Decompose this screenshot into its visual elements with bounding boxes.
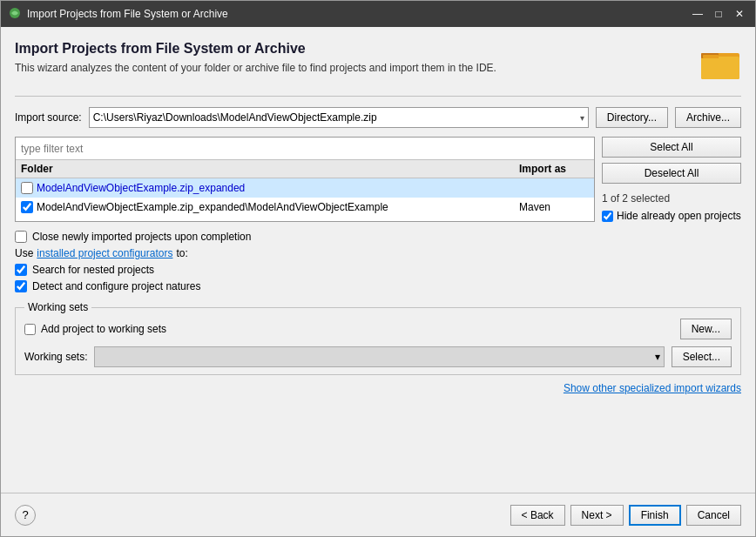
directory-button[interactable]: Directory... bbox=[596, 107, 668, 128]
svg-rect-4 bbox=[703, 55, 719, 58]
close-newly-label: Close newly imported projects upon compl… bbox=[32, 231, 251, 243]
working-sets-group: Working sets Add project to working sets… bbox=[15, 301, 741, 375]
detect-natures-row: Detect and configure project natures bbox=[15, 280, 741, 292]
archive-button[interactable]: Archive... bbox=[675, 107, 741, 128]
working-sets-add-row: Add project to working sets New... bbox=[24, 319, 732, 339]
search-nested-checkbox[interactable] bbox=[15, 264, 27, 276]
select-all-button[interactable]: Select All bbox=[602, 137, 741, 158]
hide-open-checkbox[interactable] bbox=[602, 211, 613, 222]
detect-natures-label: Detect and configure project natures bbox=[32, 280, 200, 292]
working-sets-legend: Working sets bbox=[24, 301, 91, 313]
title-bar-controls: — □ ✕ bbox=[689, 5, 748, 23]
header-section: Import Projects from File System or Arch… bbox=[15, 41, 741, 85]
filter-input[interactable] bbox=[16, 138, 594, 160]
header-description: This wizard analyzes the content of your… bbox=[15, 62, 689, 74]
back-button[interactable]: < Back bbox=[510, 505, 565, 526]
left-panel: Folder Import as ModelAndViewObjectExamp… bbox=[15, 137, 595, 222]
table-header: Folder Import as bbox=[16, 160, 594, 178]
import-source-value: C:\Users\Riyaz\Downloads\ModelAndViewObj… bbox=[93, 111, 580, 124]
table-body: ModelAndViewObjectExample.zip_expanded M… bbox=[16, 178, 594, 221]
to-text: to: bbox=[176, 247, 187, 259]
working-sets-select-row: Working sets: ▾ Select... bbox=[24, 346, 732, 367]
page-title: Import Projects from File System or Arch… bbox=[15, 41, 689, 57]
ws-combo-arrow-icon: ▾ bbox=[655, 351, 660, 363]
selection-info: 1 of 2 selected bbox=[602, 192, 741, 205]
row-checkbox-2[interactable] bbox=[21, 201, 33, 213]
working-sets-combo[interactable]: ▾ bbox=[94, 346, 664, 367]
help-button[interactable]: ? bbox=[15, 505, 36, 526]
title-bar: Import Projects from File System or Arch… bbox=[1, 1, 755, 27]
footer: ? < Back Next > Finish Cancel bbox=[1, 493, 755, 536]
header-text: Import Projects from File System or Arch… bbox=[15, 41, 689, 74]
col-folder: Folder bbox=[21, 163, 519, 175]
new-working-set-button[interactable]: New... bbox=[680, 319, 732, 339]
use-text: Use bbox=[15, 247, 33, 259]
main-window: Import Projects from File System or Arch… bbox=[0, 0, 756, 537]
row-import-2: Maven bbox=[519, 201, 589, 213]
search-nested-label: Search for nested projects bbox=[32, 264, 154, 276]
deselect-all-button[interactable]: Deselect All bbox=[602, 163, 741, 184]
footer-buttons: < Back Next > Finish Cancel bbox=[510, 505, 741, 526]
import-source-label: Import source: bbox=[15, 111, 82, 124]
finish-button[interactable]: Finish bbox=[629, 505, 681, 526]
working-sets-label: Working sets: bbox=[24, 351, 87, 363]
folder-icon bbox=[699, 41, 741, 85]
import-source-combo[interactable]: C:\Users\Riyaz\Downloads\ModelAndViewObj… bbox=[89, 107, 589, 128]
maximize-button[interactable]: □ bbox=[710, 5, 727, 23]
installed-configurators-link[interactable]: installed project configurators bbox=[37, 247, 172, 259]
table-row[interactable]: ModelAndViewObjectExample.zip_expanded\M… bbox=[16, 198, 594, 217]
show-wizards-link[interactable]: Show other specialized import wizards bbox=[15, 382, 741, 394]
col-import-as: Import as bbox=[519, 163, 589, 175]
main-content: Import Projects from File System or Arch… bbox=[1, 27, 755, 493]
cancel-button[interactable]: Cancel bbox=[686, 505, 741, 526]
use-installed-row: Use installed project configurators to: bbox=[15, 247, 741, 259]
detect-natures-checkbox[interactable] bbox=[15, 280, 27, 292]
hide-open-row: Hide already open projects bbox=[602, 210, 741, 222]
add-to-working-sets-checkbox[interactable] bbox=[24, 324, 36, 335]
select-working-sets-button[interactable]: Select... bbox=[672, 346, 732, 367]
next-button[interactable]: Next > bbox=[570, 505, 624, 526]
import-source-row: Import source: C:\Users\Riyaz\Downloads\… bbox=[15, 107, 741, 128]
combo-arrow-icon: ▾ bbox=[580, 113, 584, 123]
close-newly-checkbox[interactable] bbox=[15, 231, 27, 243]
minimize-button[interactable]: — bbox=[689, 5, 706, 23]
row-label-2: ModelAndViewObjectExample.zip_expanded\M… bbox=[37, 201, 519, 213]
table-row[interactable]: ModelAndViewObjectExample.zip_expanded bbox=[16, 178, 594, 198]
main-panel: Folder Import as ModelAndViewObjectExamp… bbox=[15, 137, 741, 222]
close-newly-row: Close newly imported projects upon compl… bbox=[15, 231, 741, 243]
add-working-sets-label: Add project to working sets bbox=[41, 323, 166, 335]
title-bar-text: Import Projects from File System or Arch… bbox=[27, 8, 684, 20]
title-bar-icon bbox=[8, 6, 22, 23]
header-divider bbox=[15, 96, 741, 97]
close-button[interactable]: ✕ bbox=[731, 5, 748, 23]
hide-open-label: Hide already open projects bbox=[617, 210, 741, 222]
options-section: Close newly imported projects upon compl… bbox=[15, 231, 741, 292]
right-panel: Select All Deselect All 1 of 2 selected … bbox=[602, 137, 741, 222]
row-label-1: ModelAndViewObjectExample.zip_expanded bbox=[37, 182, 519, 194]
svg-rect-2 bbox=[701, 57, 739, 79]
search-nested-row: Search for nested projects bbox=[15, 264, 741, 276]
row-checkbox-1[interactable] bbox=[21, 182, 33, 194]
